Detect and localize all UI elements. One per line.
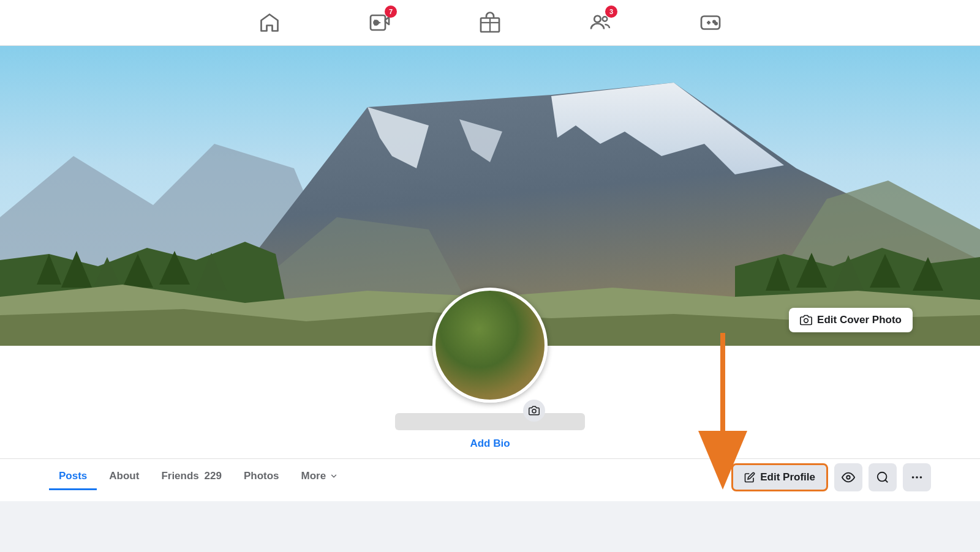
svg-point-42 (920, 476, 922, 479)
groups-badge: 3 (605, 6, 617, 18)
pencil-icon (744, 472, 755, 483)
search-icon (876, 471, 889, 484)
top-navigation: 7 3 (0, 0, 980, 46)
nav-gaming[interactable] (692, 4, 729, 41)
profile-navigation: Posts About Friends 229 Photos More (0, 458, 980, 495)
nav-groups[interactable]: 3 (582, 4, 619, 41)
svg-point-40 (912, 476, 914, 479)
svg-point-37 (532, 409, 536, 413)
svg-point-7 (603, 17, 608, 21)
svg-marker-2 (375, 21, 379, 24)
svg-point-36 (804, 319, 809, 323)
add-bio-link[interactable]: Add Bio (470, 438, 510, 450)
tab-friends[interactable]: Friends 229 (151, 464, 232, 490)
profile-name (395, 413, 585, 430)
camera-cover-icon (800, 314, 812, 326)
profile-container: Edit Cover Photo Add Bio Posts (0, 46, 980, 501)
chevron-down-icon (330, 472, 338, 480)
profile-info-section: Add Bio Posts About Friends 229 Photos M… (0, 346, 980, 501)
nav-marketplace[interactable] (472, 4, 508, 41)
profile-action-buttons: Edit Profile (731, 463, 931, 491)
more-dots-icon (910, 471, 924, 484)
avatar-camera-button[interactable] (523, 400, 545, 422)
more-options-button[interactable] (903, 463, 931, 491)
svg-point-38 (846, 476, 850, 479)
edit-cover-photo-button[interactable]: Edit Cover Photo (789, 308, 913, 332)
eye-icon (842, 471, 855, 484)
tab-about[interactable]: About (99, 464, 149, 490)
nav-home[interactable] (251, 4, 288, 41)
video-badge: 7 (385, 6, 397, 18)
svg-point-12 (715, 23, 717, 24)
profile-avatar[interactable] (432, 288, 548, 403)
svg-point-6 (594, 16, 601, 23)
tab-more[interactable]: More (292, 464, 349, 490)
tab-posts[interactable]: Posts (49, 464, 97, 490)
nav-video[interactable]: 7 (361, 4, 398, 41)
tab-photos[interactable]: Photos (234, 464, 289, 490)
view-as-button[interactable] (834, 463, 862, 491)
gaming-icon (699, 12, 722, 34)
profile-tabs: Posts About Friends 229 Photos More (49, 464, 731, 490)
search-button[interactable] (869, 463, 897, 491)
marketplace-icon (479, 12, 501, 34)
home-icon (258, 12, 281, 34)
svg-point-41 (916, 476, 918, 479)
svg-point-39 (878, 472, 887, 481)
camera-avatar-icon (529, 405, 540, 416)
edit-profile-button[interactable]: Edit Profile (731, 463, 828, 491)
